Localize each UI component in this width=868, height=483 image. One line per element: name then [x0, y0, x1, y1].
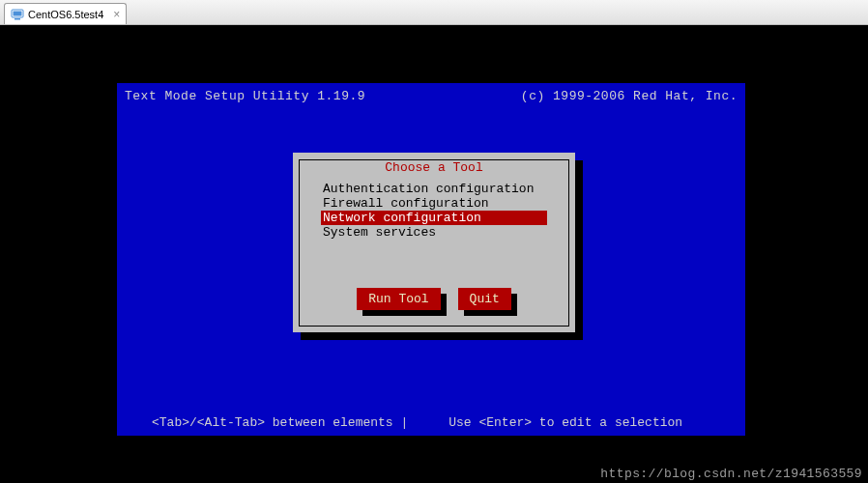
run-tool-button[interactable]: Run Tool — [357, 288, 440, 310]
watermark: https://blog.csdn.net/z1941563559 — [600, 467, 862, 481]
footer-hint-left: <Tab>/<Alt-Tab> between elements | — [152, 415, 408, 430]
menu-item-firewall[interactable]: Firewall configuration — [321, 196, 555, 211]
dialog-title: Choose a Tool — [379, 160, 488, 175]
console-frame: Text Mode Setup Utility 1.19.9 (c) 1999-… — [0, 25, 868, 483]
choose-tool-dialog: Choose a Tool Authentication configurati… — [293, 153, 575, 332]
menu-item-network[interactable]: Network configuration — [321, 211, 547, 225]
svg-rect-2 — [14, 18, 20, 20]
footer: <Tab>/<Alt-Tab> between elements | Use <… — [152, 415, 738, 430]
svg-rect-1 — [14, 11, 22, 15]
tab-bar: CentOS6.5test4 × — [0, 0, 868, 25]
button-row: Run Tool Quit — [300, 288, 568, 310]
menu-item-services[interactable]: System services — [321, 225, 555, 240]
header: Text Mode Setup Utility 1.19.9 (c) 1999-… — [125, 89, 738, 103]
copyright: (c) 1999-2006 Red Hat, Inc. — [521, 89, 738, 103]
setup-screen: Text Mode Setup Utility 1.19.9 (c) 1999-… — [117, 83, 745, 436]
close-icon[interactable]: × — [113, 8, 120, 21]
vm-tab[interactable]: CentOS6.5test4 × — [4, 3, 127, 24]
vm-icon — [11, 8, 24, 21]
quit-button[interactable]: Quit — [458, 288, 511, 310]
tab-label: CentOS6.5test4 — [28, 9, 103, 20]
footer-hint-right: Use <Enter> to edit a selection — [448, 415, 682, 430]
menu-item-auth[interactable]: Authentication configuration — [321, 182, 555, 196]
dialog-border: Choose a Tool Authentication configurati… — [299, 159, 569, 327]
tool-menu: Authentication configuration Firewall co… — [321, 182, 555, 240]
app-title: Text Mode Setup Utility 1.19.9 — [125, 89, 365, 103]
